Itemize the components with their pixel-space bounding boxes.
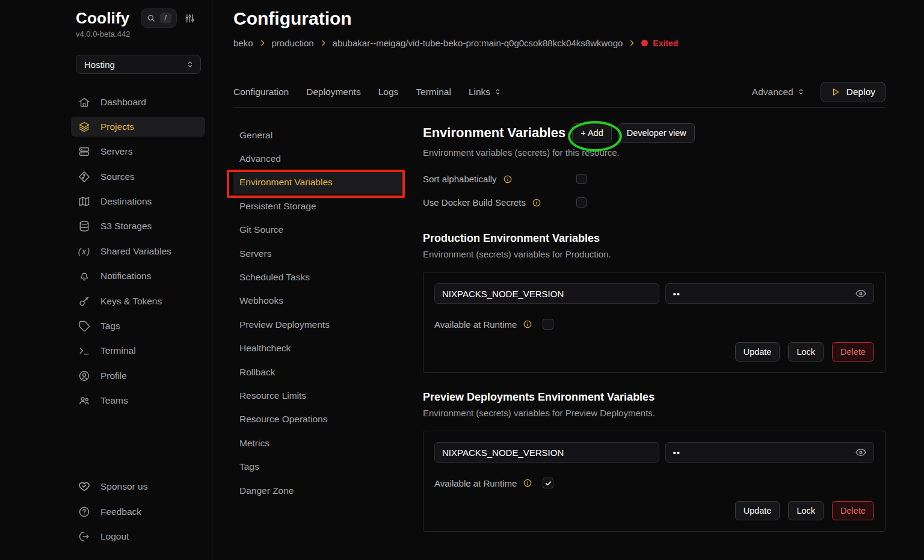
info-icon[interactable] <box>523 319 532 329</box>
sidebar-footer: Sponsor us Feedback Logout <box>71 477 205 552</box>
subnav-webhooks[interactable]: Webhooks <box>233 289 404 313</box>
sidebar-item-destinations[interactable]: Destinations <box>71 192 205 212</box>
variable-value-input[interactable] <box>665 442 875 463</box>
sidebar-item-label: Profile <box>100 371 127 381</box>
variable-name-input[interactable] <box>434 283 659 304</box>
eye-icon <box>855 446 867 458</box>
docker-build-secrets-checkbox[interactable] <box>576 197 587 208</box>
team-select[interactable]: Hosting <box>76 55 201 74</box>
breadcrumb-environment[interactable]: production <box>272 38 314 48</box>
sidebar-item-teams[interactable]: Teams <box>71 391 205 411</box>
users-icon <box>78 395 90 407</box>
sidebar-item-profile[interactable]: Profile <box>71 366 205 386</box>
status-dot-icon <box>641 40 648 46</box>
subnav-healthcheck[interactable]: Healthcheck <box>233 337 404 360</box>
reveal-value-button[interactable] <box>854 286 868 301</box>
sidebar-item-shared-variables[interactable]: (x) Shared Variables <box>71 241 205 261</box>
subnav-resource-operations[interactable]: Resource Operations <box>233 408 404 431</box>
lock-button[interactable]: Lock <box>788 501 824 520</box>
status-badge: Exited <box>641 38 678 48</box>
sidebar-item-s3-storages[interactable]: S3 Storages <box>71 217 205 236</box>
subnav-persistent-storage[interactable]: Persistent Storage <box>233 194 404 218</box>
sidebar-item-sources[interactable]: Sources <box>71 167 205 186</box>
sidebar-item-logout[interactable]: Logout <box>71 527 205 547</box>
runtime-option-row: Available at Runtime <box>434 319 874 330</box>
subnav-resource-limits[interactable]: Resource Limits <box>233 384 404 407</box>
info-icon[interactable] <box>503 174 513 184</box>
subnav-advanced[interactable]: Advanced <box>233 147 404 170</box>
config-subnav: General Advanced Environment Variables P… <box>233 123 404 532</box>
reveal-value-button[interactable] <box>854 445 868 460</box>
env-variables-panel: Environment Variables + Add Developer vi… <box>423 123 886 532</box>
variable-value-input[interactable] <box>665 283 875 304</box>
developer-view-button[interactable]: Developer view <box>618 123 695 143</box>
production-section-title: Production Environment Variables <box>423 232 886 245</box>
breadcrumb-resource[interactable]: abubakar--meigag/vid-tube-beko-pro:main-… <box>333 38 623 48</box>
available-at-runtime-checkbox[interactable] <box>543 319 553 330</box>
search-shortcut-key: / <box>160 13 171 23</box>
settings-sliders-icon[interactable] <box>184 13 196 24</box>
sidebar-item-label: Destinations <box>100 196 152 207</box>
tab-links-label: Links <box>469 87 490 97</box>
advanced-dropdown[interactable]: Advanced <box>752 87 805 97</box>
brand-row: Coolify / <box>71 8 205 28</box>
subnav-git-source[interactable]: Git Source <box>233 218 404 242</box>
chevron-right-icon <box>628 39 636 47</box>
git-source-icon <box>78 171 90 183</box>
delete-button[interactable]: Delete <box>832 342 874 362</box>
sidebar-item-tags[interactable]: Tags <box>71 316 205 336</box>
sidebar-item-keys-tokens[interactable]: Keys & Tokens <box>71 291 205 311</box>
sidebar-item-label: Teams <box>100 395 128 406</box>
subnav-environment-variables[interactable]: Environment Variables <box>233 171 404 194</box>
update-button[interactable]: Update <box>735 342 780 362</box>
variable-name-input[interactable] <box>434 442 659 463</box>
add-env-variable-button[interactable]: + Add <box>572 123 612 143</box>
breadcrumb-team[interactable]: beko <box>233 38 253 48</box>
variable-icon: (x) <box>78 246 91 256</box>
info-icon[interactable] <box>532 198 541 208</box>
team-select-value: Hosting <box>84 60 115 70</box>
tabs: Configuration Deployments Logs Terminal … <box>233 87 502 97</box>
option-label: Use Docker Build Secrets <box>423 197 526 208</box>
tab-configuration[interactable]: Configuration <box>233 87 289 97</box>
tab-links[interactable]: Links <box>469 87 502 97</box>
option-label: Sort alphabetically <box>423 174 497 184</box>
tab-logs[interactable]: Logs <box>378 87 399 97</box>
sidebar-item-terminal[interactable]: Terminal <box>71 341 205 361</box>
update-button[interactable]: Update <box>735 501 780 520</box>
sidebar-item-feedback[interactable]: Feedback <box>71 502 205 522</box>
sidebar-item-projects[interactable]: Projects <box>71 117 205 137</box>
available-at-runtime-checkbox[interactable] <box>543 478 553 488</box>
subnav-metrics[interactable]: Metrics <box>233 431 404 455</box>
subnav-rollback[interactable]: Rollback <box>233 360 404 384</box>
sort-alphabetically-checkbox[interactable] <box>576 174 587 184</box>
chevron-right-icon <box>259 39 266 47</box>
check-icon <box>544 479 552 487</box>
delete-button[interactable]: Delete <box>832 501 874 520</box>
info-icon[interactable] <box>523 478 532 488</box>
sidebar-item-dashboard[interactable]: Dashboard <box>71 92 205 112</box>
logout-icon <box>78 531 90 543</box>
subnav-scheduled-tasks[interactable]: Scheduled Tasks <box>233 265 404 289</box>
chevron-up-down-icon <box>186 60 194 69</box>
sidebar-item-notifications[interactable]: Notifications <box>71 266 205 286</box>
subnav-servers[interactable]: Servers <box>233 242 404 265</box>
deploy-button[interactable]: Deploy <box>821 82 886 102</box>
env-options: Sort alphabetically Use Docker Build Sec… <box>423 167 886 214</box>
sidebar-item-servers[interactable]: Servers <box>71 142 205 162</box>
tab-deployments[interactable]: Deployments <box>306 87 360 97</box>
tab-terminal[interactable]: Terminal <box>416 87 451 97</box>
env-variables-description: Environment variables (secrets) for this… <box>423 147 886 158</box>
subnav-preview-deployments[interactable]: Preview Deployments <box>233 313 404 336</box>
search-button[interactable]: / <box>141 8 177 28</box>
chevron-right-icon <box>319 39 327 47</box>
lock-button[interactable]: Lock <box>788 342 824 362</box>
subnav-tags[interactable]: Tags <box>233 455 404 478</box>
sidebar-item-sponsor-us[interactable]: Sponsor us <box>71 477 205 497</box>
sidebar-item-label: Notifications <box>100 271 151 282</box>
subnav-general[interactable]: General <box>233 123 404 147</box>
subnav-danger-zone[interactable]: Danger Zone <box>233 479 404 502</box>
env-variable-card-production: Available at Runtime Update Lock Delete <box>423 272 886 373</box>
app-version: v4.0.0-beta.442 <box>71 29 205 38</box>
sidebar-item-label: Feedback <box>100 506 141 517</box>
